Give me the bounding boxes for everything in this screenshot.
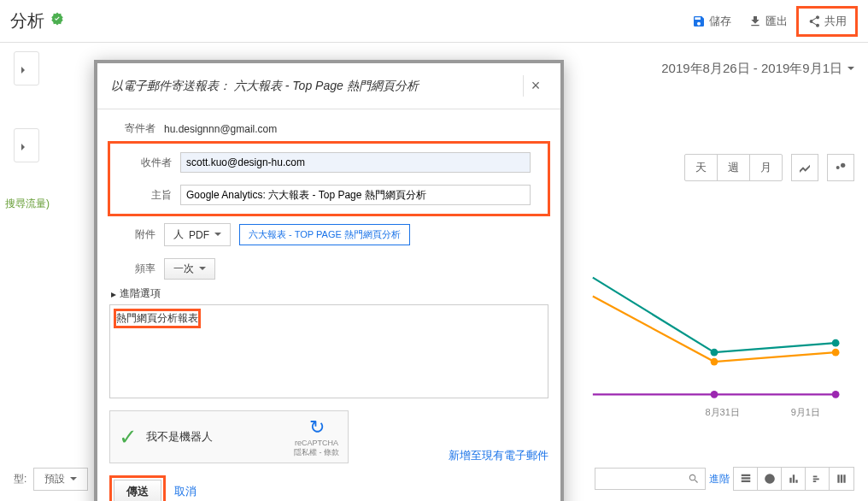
advanced-options-toggle[interactable]: ▸ 進階選項: [97, 283, 560, 304]
send-button[interactable]: 傳送: [114, 480, 161, 501]
share-button[interactable]: 共用: [796, 6, 858, 37]
chevron-down-icon: [847, 67, 854, 74]
attachment-badge: 六大報表 - TOP PAGE 熱門網頁分析: [239, 224, 410, 245]
recipient-highlight: 收件者 主旨: [108, 141, 550, 216]
to-label: 收件者: [127, 156, 172, 170]
view-toggles: [733, 467, 854, 491]
view-compare-icon[interactable]: [806, 468, 830, 490]
x-label: 8月31日: [705, 406, 739, 419]
advanced-link[interactable]: 進階: [709, 472, 730, 486]
svg-point-5: [832, 339, 840, 347]
date-range-selector[interactable]: 2019年8月26日 - 2019年9月1日: [661, 61, 854, 77]
chevron-down-icon: [199, 267, 206, 274]
collapse-panel-1[interactable]: [14, 51, 39, 85]
type-value: 預設: [44, 472, 65, 486]
from-label: 寄件者: [111, 121, 155, 136]
search-icon: [688, 473, 700, 485]
view-table-icon[interactable]: [734, 468, 758, 490]
x-label: 9月1日: [791, 406, 820, 419]
type-select[interactable]: 預設: [33, 468, 88, 491]
from-value: hu.designnn@gmail.com: [164, 123, 277, 135]
email-report-modal: 以電子郵件寄送報表： 六大報表 - Top Page 熱門網頁分析 × 寄件者 …: [94, 60, 564, 501]
segment-week[interactable]: 週: [718, 155, 750, 180]
message-textarea[interactable]: 熱門網頁分析報表: [109, 304, 548, 398]
date-range-text: 2019年8月26日 - 2019年9月1日: [661, 61, 842, 77]
share-label: 共用: [824, 14, 847, 29]
recaptcha-brand: reCAPTCHA: [294, 439, 339, 447]
export-button[interactable]: 匯出: [740, 9, 796, 34]
chevron-down-icon: [70, 477, 77, 484]
page-title: 分析: [10, 9, 44, 32]
svg-point-6: [711, 391, 718, 398]
view-bar-icon[interactable]: [782, 468, 806, 490]
pdf-label: PDF: [189, 229, 209, 241]
cancel-link[interactable]: 取消: [174, 484, 196, 499]
add-to-existing-email-link[interactable]: 新增至現有電子郵件: [449, 448, 548, 463]
chart-legend: 搜尋流量): [5, 197, 50, 211]
attachment-format-select[interactable]: 人 PDF: [164, 223, 231, 246]
save-label: 儲存: [709, 14, 731, 29]
segment-month[interactable]: 月: [750, 155, 782, 180]
svg-point-0: [836, 166, 840, 169]
advanced-label: 進階選項: [120, 286, 161, 301]
view-pie-icon[interactable]: [758, 468, 782, 490]
search-input[interactable]: [595, 468, 706, 490]
to-input[interactable]: [180, 152, 531, 173]
chart-type-line-icon[interactable]: [791, 154, 818, 181]
segment-day[interactable]: 天: [685, 155, 718, 180]
pdf-icon: 人: [173, 227, 184, 242]
close-button[interactable]: ×: [523, 75, 547, 97]
recaptcha-footer: 隱私權 - 條款: [294, 447, 339, 458]
svg-point-4: [711, 349, 718, 357]
modal-title: 以電子郵件寄送報表： 六大報表 - Top Page 熱門網頁分析: [111, 79, 419, 94]
frequency-label: 頻率: [111, 262, 155, 276]
send-highlight: 傳送: [109, 475, 166, 501]
export-label: 匯出: [765, 14, 788, 29]
frequency-select[interactable]: 一次: [164, 258, 215, 280]
frequency-value: 一次: [173, 262, 194, 276]
chart-type-motion-icon[interactable]: [827, 154, 854, 181]
triangle-right-icon: ▸: [111, 288, 116, 300]
save-button[interactable]: 儲存: [683, 9, 740, 34]
subject-label: 主旨: [127, 188, 172, 203]
type-label: 型:: [14, 472, 26, 486]
recaptcha-logo-icon: ↻: [294, 416, 339, 439]
subject-input[interactable]: [180, 185, 531, 205]
verified-icon: [50, 11, 65, 31]
view-pivot-icon[interactable]: [830, 468, 853, 490]
message-text-highlight: 熱門網頁分析報表: [114, 309, 201, 328]
time-segment-group: 天 週 月: [684, 154, 783, 181]
chevron-down-icon: [214, 233, 221, 239]
svg-point-3: [832, 349, 840, 357]
recaptcha-text: 我不是機器人: [146, 429, 213, 445]
svg-point-1: [841, 163, 845, 168]
collapse-panel-2[interactable]: [14, 128, 39, 162]
svg-point-7: [832, 391, 840, 398]
svg-point-2: [711, 358, 718, 366]
attachment-label: 附件: [111, 227, 155, 242]
checkmark-icon: ✓: [119, 424, 138, 451]
recaptcha-widget[interactable]: ✓ 我不是機器人 ↻ reCAPTCHA 隱私權 - 條款: [109, 410, 349, 463]
